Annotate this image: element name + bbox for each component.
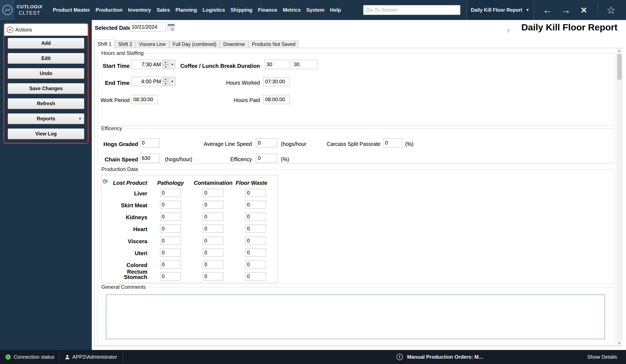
- tab-shift-2[interactable]: Shift 2: [115, 41, 135, 48]
- screen-selector-dropdown[interactable]: Daily Kill Floor Report ▼: [467, 0, 534, 20]
- hours-paid-label: Hours Paid: [200, 97, 260, 103]
- row-label-stomach: Stomach: [105, 274, 147, 280]
- colored-rectum-floor-waste-input[interactable]: [245, 261, 266, 268]
- viscera-contamination-input[interactable]: [203, 237, 223, 245]
- reports-dropdown-button[interactable]: Reports ▼: [8, 113, 84, 124]
- viscera-pathology-input[interactable]: [160, 237, 181, 245]
- liver-floor-waste-input[interactable]: [245, 189, 266, 197]
- forward-button[interactable]: →: [559, 0, 573, 20]
- main-content: Selected Date 15 ? Daily Kill Floor Repo…: [92, 20, 626, 350]
- stomach-contamination-input[interactable]: [203, 272, 223, 280]
- calendar-picker-button[interactable]: 15: [167, 23, 175, 31]
- colored-rectum-pathology-input[interactable]: [160, 261, 181, 268]
- uteri-contamination-input[interactable]: [203, 249, 223, 257]
- sidebar: ^ Actions Add Edit Undo Save Changes Ref…: [0, 20, 92, 350]
- menu-item-planning[interactable]: Planning: [173, 0, 200, 20]
- tab-products-not-saved[interactable]: Products Not Saved: [249, 41, 299, 48]
- skirt-meat-pathology-input[interactable]: [160, 201, 181, 209]
- scrollbar-thumb[interactable]: [617, 54, 622, 79]
- menu-item-system[interactable]: System: [303, 0, 327, 20]
- carcass-split-passrate-input[interactable]: [383, 138, 402, 147]
- efficiency-input[interactable]: [256, 154, 277, 163]
- menu-item-finance[interactable]: Finance: [255, 0, 280, 20]
- kidneys-pathology-input[interactable]: [160, 213, 181, 221]
- collapse-actions-button[interactable]: ^: [7, 27, 13, 33]
- menu-item-metrics[interactable]: Metrics: [280, 0, 303, 20]
- efficiency-groupbox: Efficency Hogs Graded Average Line Speed…: [98, 129, 615, 164]
- kidneys-floor-waste-input[interactable]: [245, 213, 266, 221]
- save-changes-button[interactable]: Save Changes: [8, 83, 84, 94]
- refresh-icon[interactable]: ⟳: [103, 178, 108, 185]
- help-icon[interactable]: ?: [507, 29, 509, 34]
- hours-paid-input[interactable]: [263, 95, 290, 104]
- menu-item-production[interactable]: Production: [93, 0, 125, 20]
- liver-contamination-input[interactable]: [203, 189, 223, 197]
- skirt-meat-floor-waste-input[interactable]: [245, 201, 266, 209]
- close-screen-button[interactable]: ×: [578, 0, 590, 20]
- tab-downtime[interactable]: Downtime: [220, 41, 248, 48]
- tab-full-day-combined[interactable]: Full Day (combined): [169, 41, 220, 48]
- lunch-break-input[interactable]: [292, 60, 317, 69]
- hours-worked-input[interactable]: [263, 77, 290, 86]
- menu-item-shipping[interactable]: Shipping: [228, 0, 255, 20]
- goto-screen-input[interactable]: [363, 5, 460, 15]
- menu-item-inventory[interactable]: Inventory: [125, 0, 154, 20]
- add-button[interactable]: Add: [8, 38, 84, 49]
- back-button[interactable]: ←: [541, 0, 554, 20]
- refresh-button[interactable]: Refresh: [8, 98, 84, 109]
- coffee-break-input[interactable]: [265, 60, 290, 69]
- end-time-spin-down-button[interactable]: ▼: [163, 81, 168, 86]
- start-time-spin-down-button[interactable]: ▼: [163, 65, 168, 69]
- uteri-floor-waste-input[interactable]: [245, 249, 266, 257]
- start-time-spinner: ▲ ▼: [163, 60, 168, 69]
- stomach-pathology-input[interactable]: [160, 272, 181, 280]
- reports-button-label: Reports: [37, 116, 55, 121]
- favorite-button[interactable]: ☆: [603, 0, 619, 20]
- menu-item-help[interactable]: Help: [327, 0, 344, 20]
- topbar-divider: [597, 3, 598, 17]
- info-icon-glyph: i: [399, 355, 400, 359]
- menu-item-product-master[interactable]: Product Master: [50, 0, 93, 20]
- view-log-button[interactable]: View Log: [8, 129, 84, 139]
- stomach-floor-waste-input[interactable]: [245, 272, 266, 280]
- end-time-input[interactable]: [131, 77, 163, 86]
- work-period-input[interactable]: [131, 95, 158, 104]
- tab-shift-1[interactable]: Shift 1: [94, 40, 115, 48]
- scroll-up-button[interactable]: ▲: [617, 48, 622, 54]
- tab-viscera-line[interactable]: Viscera Line: [136, 41, 169, 48]
- logged-in-user: APP2\Administrator: [72, 350, 117, 364]
- liver-pathology-input[interactable]: [160, 189, 181, 197]
- hours-staffing-legend: Hours and Staffing: [100, 50, 145, 56]
- row-label-kidneys: Kidneys: [105, 214, 147, 221]
- avg-line-speed-input[interactable]: [256, 138, 277, 147]
- efficiency-legend: Efficency: [100, 126, 123, 132]
- general-comments-textarea[interactable]: [106, 295, 605, 339]
- start-time-spin-up-button[interactable]: ▲: [163, 60, 168, 65]
- edit-button-label: Edit: [41, 56, 50, 61]
- end-time-dropdown-button[interactable]: ▼: [169, 77, 175, 86]
- skirt-meat-contamination-input[interactable]: [203, 201, 223, 209]
- chevron-down-icon: ▼: [171, 63, 174, 66]
- undo-button[interactable]: Undo: [8, 68, 84, 79]
- kidneys-contamination-input[interactable]: [203, 213, 223, 221]
- edit-button[interactable]: Edit: [8, 53, 84, 64]
- production-data-groupbox: Production Data ⟳ Lost Product Pathology…: [98, 169, 615, 284]
- start-time-dropdown-button[interactable]: ▼: [169, 60, 175, 69]
- uteri-pathology-input[interactable]: [160, 249, 181, 257]
- show-details-link[interactable]: Show Details: [587, 350, 617, 364]
- end-time-spin-up-button[interactable]: ▲: [163, 77, 168, 81]
- selected-date-input[interactable]: [130, 23, 166, 32]
- chain-speed-input[interactable]: [140, 154, 159, 163]
- brand-text: CUTLOGIX CLTEST: [17, 4, 42, 16]
- menu-item-logistics[interactable]: Logistics: [200, 0, 228, 20]
- scroll-down-button[interactable]: ▼: [617, 340, 622, 346]
- hogs-graded-input[interactable]: [140, 138, 159, 147]
- heart-floor-waste-input[interactable]: [245, 225, 266, 232]
- menu-item-sales[interactable]: Sales: [154, 0, 173, 20]
- heart-contamination-input[interactable]: [203, 225, 223, 232]
- colored-rectum-contamination-input[interactable]: [203, 261, 223, 268]
- viscera-floor-waste-input[interactable]: [245, 237, 266, 245]
- content-scrollbar[interactable]: ▲ ▼: [617, 48, 622, 346]
- heart-pathology-input[interactable]: [160, 225, 181, 232]
- start-time-input[interactable]: [131, 60, 163, 69]
